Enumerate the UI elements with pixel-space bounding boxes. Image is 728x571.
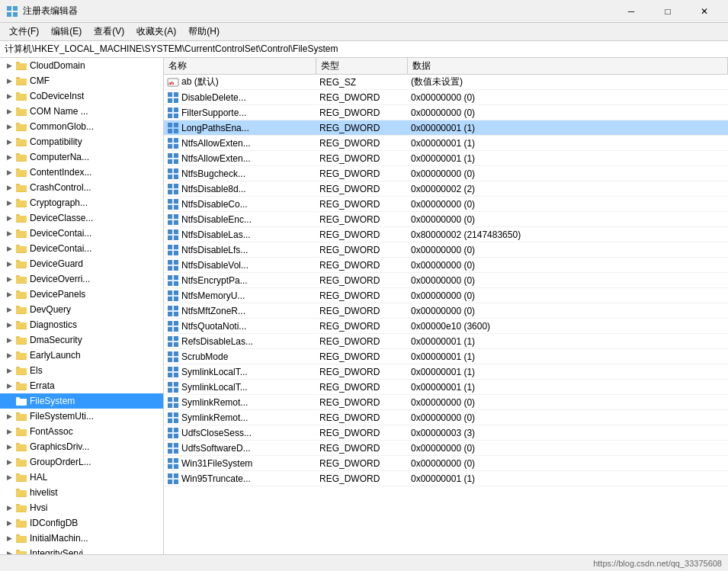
- table-row[interactable]: NtfsMftZoneR...REG_DWORD0x00000000 (0): [164, 303, 728, 319]
- table-row[interactable]: NtfsAllowExten...REG_DWORD0x00000001 (1): [164, 151, 728, 166]
- sidebar-item-CloudDomain[interactable]: ▶ CloudDomain: [0, 58, 163, 73]
- expand-arrow: ▶: [3, 532, 15, 544]
- table-body[interactable]: ab ab (默认)REG_SZ(数值未设置) DisableDelete...…: [164, 75, 728, 554]
- sidebar-item-IntegrityServi___[interactable]: ▶ IntegrityServi...: [0, 546, 163, 554]
- dword-icon: [167, 442, 179, 454]
- sidebar-item-DeviceOverri___[interactable]: ▶ DeviceOverri...: [0, 271, 163, 287]
- menu-help[interactable]: 帮助(H): [182, 24, 226, 40]
- td-data: 0x00000000 (0): [408, 290, 728, 301]
- table-row[interactable]: NtfsDisableLas...REG_DWORD0x80000002 (21…: [164, 227, 728, 242]
- td-data: 0x00000001 (1): [408, 336, 728, 347]
- sidebar-item-DmaSecurity[interactable]: ▶ DmaSecurity: [0, 332, 163, 348]
- menu-edit[interactable]: 编辑(E): [45, 24, 88, 40]
- table-row[interactable]: UdfsCloseSess...REG_DWORD0x00000003 (3): [164, 425, 728, 441]
- table-row[interactable]: RefsDisableLas...REG_DWORD0x00000001 (1): [164, 334, 728, 349]
- sidebar-item-HAL[interactable]: ▶ HAL: [0, 470, 163, 485]
- td-type: REG_DWORD: [316, 275, 408, 286]
- table-row[interactable]: NtfsDisableVol...REG_DWORD0x00000000 (0): [164, 258, 728, 273]
- svg-rect-30: [16, 185, 27, 191]
- table-row[interactable]: SymlinkRemot...REG_DWORD0x00000000 (0): [164, 410, 728, 425]
- sidebar-item-DevicePanels[interactable]: ▶ DevicePanels: [0, 287, 163, 302]
- expand-arrow: ▶: [3, 364, 15, 377]
- sidebar-item-GraphicsDriv___[interactable]: ▶ GraphicsDriv...: [0, 439, 163, 454]
- menu-file[interactable]: 文件(F): [3, 24, 45, 40]
- sidebar-item-CMF[interactable]: ▶ CMF: [0, 73, 163, 88]
- sidebar-item-DeviceClasse___[interactable]: ▶ DeviceClasse...: [0, 210, 163, 226]
- table-row[interactable]: NtfsBugcheck...REG_DWORD0x00000000 (0): [164, 166, 728, 181]
- td-data: 0x00000000 (0): [408, 458, 728, 469]
- table-row[interactable]: Win31FileSystemREG_DWORD0x00000000 (0): [164, 456, 728, 471]
- folder-icon: [15, 396, 27, 406]
- svg-rect-137: [174, 184, 178, 188]
- menu-view[interactable]: 查看(V): [88, 24, 130, 40]
- td-name: NtfsEncryptPa...: [164, 274, 316, 287]
- td-name: NtfsDisableLfs...: [164, 244, 316, 256]
- col-header-type[interactable]: 类型: [316, 58, 408, 74]
- sidebar-item-IDConfigDB[interactable]: ▶ IDConfigDB: [0, 515, 163, 531]
- table-row[interactable]: SymlinkLocalT...REG_DWORD0x00000001 (1): [164, 380, 728, 395]
- sidebar-item-Hvsi[interactable]: ▶ Hvsi: [0, 500, 163, 515]
- td-type: REG_DWORD: [316, 397, 408, 408]
- svg-rect-136: [168, 184, 172, 188]
- table-row[interactable]: ab ab (默认)REG_SZ(数值未设置): [164, 75, 728, 90]
- sidebar-item-Compatibility[interactable]: ▶ Compatibility: [0, 134, 163, 149]
- table-row[interactable]: ScrubModeREG_DWORD0x00000001 (1): [164, 349, 728, 364]
- col-header-data[interactable]: 数据: [408, 58, 728, 74]
- sidebar-item-DeviceGuard[interactable]: ▶ DeviceGuard: [0, 256, 163, 271]
- sidebar-item-COM_Name____[interactable]: ▶ COM Name ...: [0, 104, 163, 119]
- sidebar-tree[interactable]: ▶ CloudDomain▶ CMF▶ CoDeviceInst▶ COM Na…: [0, 58, 164, 554]
- svg-rect-218: [168, 434, 172, 438]
- close-button[interactable]: ✕: [687, 0, 722, 23]
- svg-rect-123: [168, 144, 172, 149]
- sidebar-item-Els[interactable]: ▶ Els: [0, 363, 163, 378]
- sidebar-item-EarlyLaunch[interactable]: ▶ EarlyLaunch: [0, 348, 163, 363]
- td-name: NtfsQuotaNoti...: [164, 320, 316, 332]
- svg-rect-203: [168, 388, 172, 393]
- table-row[interactable]: NtfsQuotaNoti...REG_DWORD0x00000e10 (360…: [164, 319, 728, 334]
- sidebar-item-ContentIndex___[interactable]: ▶ ContentIndex...: [0, 165, 163, 180]
- table-row[interactable]: NtfsMemoryU...REG_DWORD0x00000000 (0): [164, 288, 728, 303]
- svg-rect-99: [16, 536, 27, 542]
- table-row[interactable]: UdfsSoftwareD...REG_DWORD0x00000000 (0): [164, 441, 728, 456]
- sidebar-item-FileSystemUti___[interactable]: ▶ FileSystemUti...: [0, 409, 163, 424]
- sidebar-item-CoDeviceInst[interactable]: ▶ CoDeviceInst: [0, 88, 163, 104]
- table-row[interactable]: NtfsDisableEnc...REG_DWORD0x00000000 (0): [164, 212, 728, 227]
- table-row[interactable]: FilterSupporte...REG_DWORD0x00000000 (0): [164, 105, 728, 120]
- table-row[interactable]: LongPathsEna...REG_DWORD0x00000001 (1): [164, 120, 728, 136]
- table-row[interactable]: SymlinkRemot...REG_DWORD0x00000000 (0): [164, 395, 728, 410]
- sidebar-item-label: DeviceContai...: [30, 228, 91, 239]
- table-row[interactable]: NtfsDisableCo...REG_DWORD0x00000000 (0): [164, 197, 728, 212]
- menu-favorites[interactable]: 收藏夹(A): [130, 24, 182, 40]
- sidebar-item-Cryptograph___[interactable]: ▶ Cryptograph...: [0, 195, 163, 210]
- sidebar-item-DeviceContai___[interactable]: ▶ DeviceContai...: [0, 241, 163, 256]
- sidebar-item-Errata[interactable]: ▶ Errata: [0, 378, 163, 393]
- table-row[interactable]: NtfsEncryptPa...REG_DWORD0x00000000 (0): [164, 273, 728, 288]
- table-row[interactable]: DisableDelete...REG_DWORD0x00000000 (0): [164, 90, 728, 105]
- svg-rect-146: [168, 214, 172, 219]
- sidebar-item-Diagnostics[interactable]: ▶ Diagnostics: [0, 317, 163, 332]
- table-row[interactable]: NtfsAllowExten...REG_DWORD0x00000001 (1): [164, 136, 728, 151]
- sidebar-item-hivelist[interactable]: hivelist: [0, 485, 163, 500]
- td-name-text: NtfsMftZoneR...: [181, 306, 245, 316]
- maximize-button[interactable]: □: [650, 0, 685, 23]
- svg-rect-192: [174, 351, 178, 356]
- sidebar-item-FontAssoc[interactable]: ▶ FontAssoc: [0, 424, 163, 439]
- table-row[interactable]: SymlinkLocalT...REG_DWORD0x00000001 (1): [164, 364, 728, 380]
- sidebar-item-CrashControl___[interactable]: ▶ CrashControl...: [0, 180, 163, 195]
- svg-rect-211: [168, 412, 172, 417]
- col-header-name[interactable]: 名称: [164, 58, 316, 74]
- sidebar-item-DeviceContai___[interactable]: ▶ DeviceContai...: [0, 226, 163, 241]
- table-row[interactable]: NtfsDisableLfs...REG_DWORD0x00000000 (0): [164, 242, 728, 258]
- sidebar-item-InitialMachin___[interactable]: ▶ InitialMachin...: [0, 531, 163, 546]
- table-row[interactable]: NtfsDisable8d...REG_DWORD0x00000002 (2): [164, 181, 728, 197]
- sidebar-item-CommonGlob___[interactable]: ▶ CommonGlob...: [0, 119, 163, 134]
- minimize-button[interactable]: ─: [614, 0, 649, 23]
- table-row[interactable]: Win95Truncate...REG_DWORD0x00000001 (1): [164, 471, 728, 486]
- folder-icon: [15, 213, 27, 223]
- sidebar-item-DevQuery[interactable]: ▶ DevQuery: [0, 302, 163, 317]
- sidebar-item-GroupOrderL___[interactable]: ▶ GroupOrderL...: [0, 454, 163, 470]
- sidebar-item-ComputerNa___[interactable]: ▶ ComputerNa...: [0, 149, 163, 165]
- sidebar-item-label: Diagnostics: [30, 319, 77, 330]
- td-name-text: NtfsDisableEnc...: [181, 214, 252, 225]
- sidebar-item-FileSystem[interactable]: FileSystem: [0, 393, 163, 409]
